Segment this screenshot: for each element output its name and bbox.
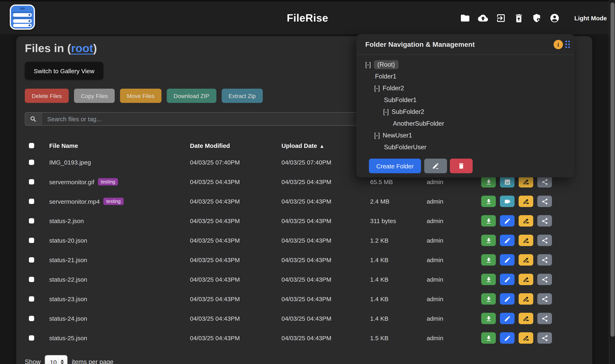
- folder-tree-item[interactable]: SubFolder1: [356, 94, 574, 106]
- row-checkbox[interactable]: [29, 277, 34, 282]
- folder-label[interactable]: SubFolder2: [392, 108, 424, 115]
- preview-image-button[interactable]: [500, 176, 514, 187]
- edit-button[interactable]: [500, 235, 514, 246]
- copy-files-button[interactable]: Copy Files: [74, 89, 115, 103]
- share-button[interactable]: [537, 235, 552, 246]
- file-name-cell[interactable]: status-22.json: [49, 276, 87, 283]
- download-button[interactable]: [481, 254, 496, 266]
- folder-tree-item[interactable]: [-]NewUser1: [356, 129, 574, 141]
- rename-button[interactable]: [519, 313, 533, 324]
- file-name-cell[interactable]: servermonitor.mp4testing: [49, 198, 123, 205]
- tag-badge[interactable]: testing: [103, 198, 123, 205]
- file-name-cell[interactable]: status-24.json: [49, 315, 87, 322]
- folder-label[interactable]: SubFolderUser: [384, 143, 426, 151]
- file-name-cell[interactable]: servermonitor.giftesting: [49, 178, 118, 185]
- delete-folder-button[interactable]: [450, 159, 473, 173]
- download-zip-button[interactable]: Download ZIP: [167, 89, 216, 103]
- edit-button[interactable]: [500, 215, 514, 227]
- file-name-cell[interactable]: status-23.json: [49, 296, 87, 302]
- file-name-cell[interactable]: status-2.json: [49, 217, 84, 224]
- row-checkbox[interactable]: [29, 238, 34, 243]
- share-button[interactable]: [537, 293, 552, 305]
- share-button[interactable]: [537, 274, 552, 285]
- share-button[interactable]: [537, 313, 552, 324]
- folder-tree-item[interactable]: [-]Folder2: [356, 82, 574, 94]
- column-date-modified[interactable]: Date Modified: [190, 142, 230, 149]
- file-name-cell[interactable]: status-20.json: [49, 237, 87, 244]
- rename-button[interactable]: [519, 332, 533, 344]
- rename-folder-button[interactable]: [424, 159, 447, 173]
- share-button[interactable]: [537, 254, 552, 266]
- row-checkbox[interactable]: [29, 257, 34, 262]
- tree-expander[interactable]: [-]: [374, 84, 380, 92]
- switch-gallery-view-button[interactable]: Switch to Gallery View: [25, 62, 103, 80]
- share-button[interactable]: [537, 176, 552, 187]
- preview-video-button[interactable]: [500, 196, 514, 207]
- row-checkbox[interactable]: [29, 199, 34, 204]
- edit-button[interactable]: [500, 313, 514, 324]
- share-button[interactable]: [537, 215, 552, 227]
- folder-tree-item[interactable]: Folder1: [356, 70, 574, 82]
- folder-tree-item[interactable]: AnotherSubFolder: [356, 117, 574, 129]
- edit-button[interactable]: [500, 332, 514, 344]
- edit-button[interactable]: [500, 254, 514, 266]
- rename-button[interactable]: [519, 293, 533, 305]
- admin-shield-icon[interactable]: [532, 13, 542, 23]
- account-icon[interactable]: [550, 13, 560, 23]
- download-button[interactable]: [481, 176, 496, 187]
- cloud-upload-icon[interactable]: [478, 13, 488, 23]
- edit-button[interactable]: [500, 293, 514, 305]
- rename-button[interactable]: [519, 254, 533, 266]
- folder-label[interactable]: AnotherSubFolder: [393, 120, 444, 127]
- download-button[interactable]: [481, 332, 496, 344]
- file-name-cell[interactable]: status-21.json: [49, 256, 87, 263]
- light-mode-toggle[interactable]: Light Mode: [574, 2, 607, 34]
- tree-expander[interactable]: [-]: [365, 61, 371, 68]
- folder-tree-item[interactable]: SubFolderUser: [356, 141, 574, 153]
- folder-label[interactable]: Folder2: [383, 84, 404, 92]
- download-button[interactable]: [481, 313, 496, 324]
- move-files-button[interactable]: Move Files: [120, 89, 161, 103]
- row-checkbox[interactable]: [29, 296, 34, 301]
- download-button[interactable]: [481, 293, 496, 305]
- tree-expander[interactable]: [-]: [383, 108, 389, 115]
- folder-label[interactable]: NewUser1: [383, 131, 412, 139]
- file-name-cell[interactable]: status-25.json: [49, 335, 87, 341]
- edit-button[interactable]: [500, 274, 514, 285]
- rename-button[interactable]: [519, 176, 533, 187]
- tree-expander[interactable]: [-]: [374, 131, 380, 139]
- folder-icon[interactable]: [460, 13, 470, 23]
- select-all-checkbox[interactable]: [29, 143, 34, 148]
- delete-files-button[interactable]: Delete Files: [25, 89, 69, 103]
- download-button[interactable]: [481, 235, 496, 246]
- row-checkbox[interactable]: [29, 160, 34, 165]
- logout-icon[interactable]: [496, 13, 506, 23]
- column-file-name[interactable]: File Name: [49, 142, 78, 149]
- download-button[interactable]: [481, 196, 496, 207]
- row-checkbox[interactable]: [29, 179, 34, 184]
- row-checkbox[interactable]: [29, 316, 34, 321]
- rename-button[interactable]: [519, 215, 533, 227]
- rename-button[interactable]: [519, 274, 533, 285]
- drag-handle-icon[interactable]: [565, 41, 574, 49]
- file-name-cell[interactable]: IMG_0193.jpeg: [49, 159, 91, 166]
- share-button[interactable]: [537, 332, 552, 344]
- folder-label[interactable]: SubFolder1: [384, 96, 417, 104]
- folder-label[interactable]: Folder1: [375, 73, 396, 80]
- info-icon[interactable]: i: [554, 40, 563, 49]
- rename-button[interactable]: [519, 196, 533, 207]
- folder-tree-item[interactable]: [-]SubFolder2: [356, 106, 574, 117]
- download-button[interactable]: [481, 274, 496, 285]
- restore-trash-icon[interactable]: [514, 13, 524, 23]
- download-button[interactable]: [481, 215, 496, 227]
- row-checkbox[interactable]: [29, 218, 34, 223]
- scrollbar-thumb[interactable]: [610, 2, 615, 337]
- column-upload-date[interactable]: Upload Date▲: [281, 142, 324, 149]
- items-per-page-select[interactable]: 10: [45, 355, 68, 364]
- row-checkbox[interactable]: [29, 335, 34, 341]
- rename-button[interactable]: [519, 235, 533, 246]
- folder-tree-item[interactable]: [-](Root): [356, 59, 574, 70]
- create-folder-button[interactable]: Create Folder: [369, 159, 421, 173]
- root-folder-link[interactable]: root: [71, 42, 93, 54]
- extract-zip-button[interactable]: Extract Zip: [222, 89, 262, 103]
